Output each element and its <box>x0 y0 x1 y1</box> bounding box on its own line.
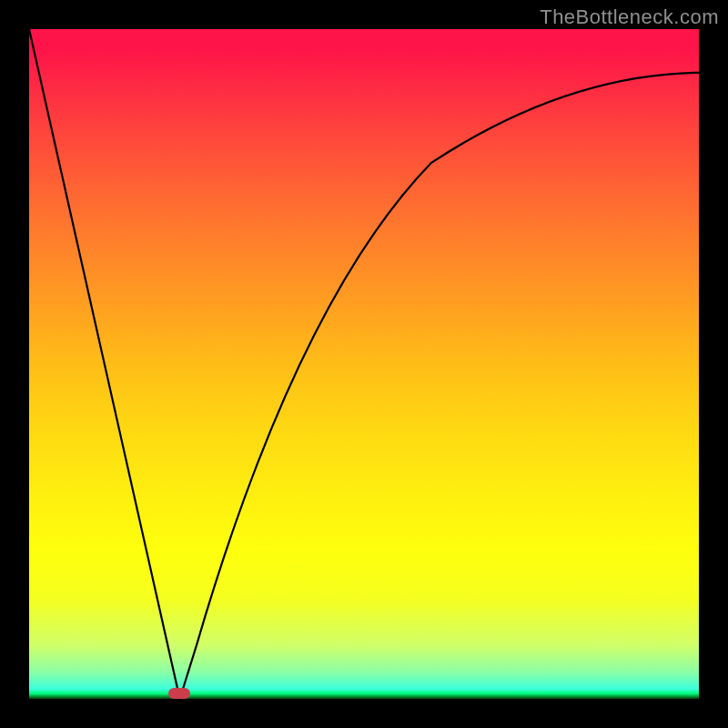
chart-frame: TheBottleneck.com <box>0 0 728 728</box>
min-marker <box>168 688 190 699</box>
bottleneck-curve <box>29 29 699 699</box>
curve-svg <box>29 29 699 699</box>
watermark-label: TheBottleneck.com <box>540 5 719 29</box>
plot-area <box>29 29 699 699</box>
